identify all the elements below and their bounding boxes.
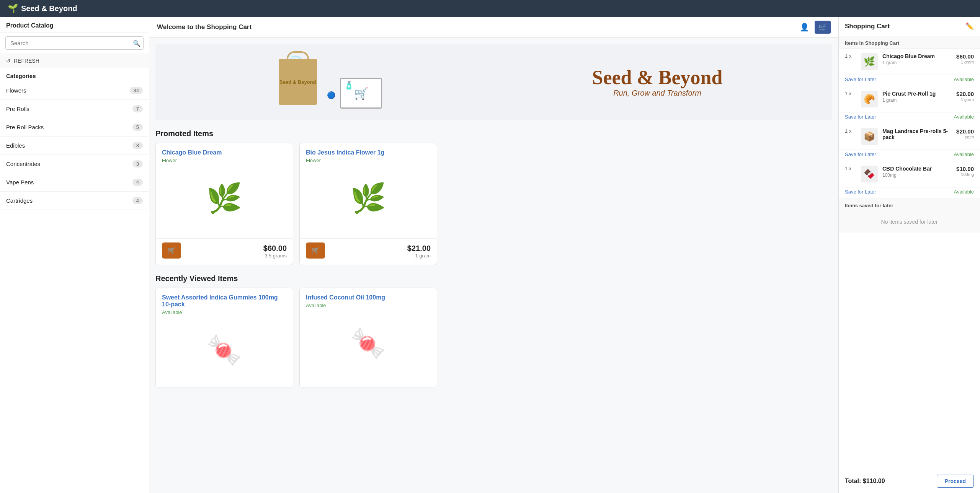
recently-viewed-grid: Sweet Assorted Indica Gummies 100mg 10-p…	[149, 288, 838, 394]
product-image: 🌿	[306, 168, 431, 229]
product-name: Chicago Blue Dream	[162, 149, 287, 156]
cart-item-price-area: $20.00 1 gram	[956, 91, 974, 102]
refresh-icon: ↺	[6, 58, 11, 64]
category-item-cartridges[interactable]: Cartridges4	[0, 192, 149, 210]
cart-item-price: $20.00	[956, 91, 974, 97]
recently-viewed-product-card: Sweet Assorted Indica Gummies 100mg 10-p…	[155, 288, 293, 387]
category-count: 34	[130, 87, 143, 94]
cart-item-price: $10.00	[956, 166, 974, 172]
hero-illustration: 🍃 Seed & Beyond 🔵 🛒 🧴	[167, 59, 494, 105]
product-type: Flower	[162, 158, 287, 163]
cart-footer: Total: $110.00 Proceed	[839, 469, 980, 493]
cart-item-thumbnail: 🥐	[861, 91, 878, 107]
product-name: Sweet Assorted Indica Gummies 100mg 10-p…	[162, 294, 287, 308]
cart-item-details: Pie Crust Pre-Roll 1g 1 gram	[882, 91, 952, 103]
available-badge: Available	[954, 76, 974, 82]
product-type: Flower	[306, 158, 431, 163]
available-badge: Available	[954, 114, 974, 120]
proceed-button[interactable]: Proceed	[937, 475, 974, 488]
search-box: 🔍	[0, 33, 149, 54]
cart-icon-button[interactable]: 🛒	[815, 21, 831, 34]
cart-item-name: Mag Landrace Pre-rolls 5-pack	[882, 128, 952, 140]
category-count: 3	[132, 160, 143, 168]
available-badge: Available	[954, 151, 974, 157]
cart-item-group: 1 x 🍫 CBD Chocolate Bar 100mg $10.00 100…	[839, 161, 980, 199]
cart-item: 1 x 🍫 CBD Chocolate Bar 100mg $10.00 100…	[839, 161, 980, 187]
recently-viewed-product-card: Infused Coconut Oil 100mg Available 🍬	[299, 288, 437, 387]
promoted-section-title: Promoted Items	[149, 126, 838, 143]
sidebar-title: Product Catalog	[0, 17, 149, 33]
cart-item-price-area: $60.00 1 gram	[956, 53, 974, 64]
cart-item-thumbnail: 🍫	[861, 166, 878, 182]
cart-item-name: Chicago Blue Dream	[882, 53, 952, 59]
search-input[interactable]	[5, 36, 144, 50]
cart-item-qty: 1 x	[845, 91, 856, 96]
category-item-flowers[interactable]: Flowers34	[0, 81, 149, 100]
cart-item-sub: 1 gram	[882, 98, 952, 103]
header-icons: 👤 🛒	[798, 21, 831, 34]
add-to-cart-button[interactable]: 🛒	[306, 242, 325, 259]
refresh-button[interactable]: ↺ REFRESH	[0, 54, 149, 68]
product-bud-icon: 🌿	[350, 182, 386, 215]
cart-item-details: Mag Landrace Pre-rolls 5-pack	[882, 128, 952, 141]
cart-item-price: $20.00	[956, 128, 974, 135]
cart-item-thumbnail: 🌿	[861, 53, 878, 70]
main-layout: Product Catalog 🔍 ↺ REFRESH Categories F…	[0, 17, 980, 493]
cart-item-sub: 1 gram	[882, 60, 952, 65]
category-name: Flowers	[6, 87, 26, 94]
category-item-vape-pens[interactable]: Vape Pens4	[0, 173, 149, 192]
category-item-edibles[interactable]: Edibles3	[0, 137, 149, 155]
category-item-pre-roll-packs[interactable]: Pre Roll Packs5	[0, 118, 149, 137]
product-bud-icon: 🌿	[206, 182, 242, 215]
cart-item-price-area: $10.00 100mg	[956, 166, 974, 177]
top-nav: 🌱 Seed & Beyond	[0, 0, 980, 17]
cart-item-qty: 1 x	[845, 53, 856, 59]
cart-item-name: Pie Crust Pre-Roll 1g	[882, 91, 952, 97]
product-image: 🌿	[162, 168, 287, 229]
center-header: Welcome to the Shopping Cart 👤 🛒	[149, 17, 838, 37]
search-button[interactable]: 🔍	[133, 39, 140, 47]
category-name: Cartridges	[6, 197, 33, 204]
promoted-product-card: Bio Jesus Indica Flower 1g Flower 🌿 🛒 $2…	[299, 143, 437, 265]
cart-item-name: CBD Chocolate Bar	[882, 166, 952, 172]
category-count: 3	[132, 142, 143, 149]
app-name: Seed & Beyond	[21, 4, 77, 13]
product-status: Available	[306, 303, 431, 308]
save-for-later-link[interactable]: Save for Later	[845, 114, 876, 120]
cart-item-details: Chicago Blue Dream 1 gram	[882, 53, 952, 65]
product-unit: 3.5 grams	[263, 253, 287, 259]
save-for-later-link[interactable]: Save for Later	[845, 151, 876, 157]
save-for-later-link[interactable]: Save for Later	[845, 189, 876, 195]
product-image: 🍬	[162, 320, 287, 381]
cart-item-unit: 100mg	[956, 172, 974, 177]
product-price-info: $60.00 3.5 grams	[263, 244, 287, 259]
category-item-concentrates[interactable]: Concentrates3	[0, 155, 149, 173]
cart-item-unit: 1 gram	[956, 60, 974, 64]
add-to-cart-button[interactable]: 🛒	[162, 242, 181, 259]
cart-item-price: $60.00	[956, 53, 974, 60]
recently-viewed-title: Recently Viewed Items	[149, 271, 838, 288]
cart-title: Shopping Cart	[845, 23, 890, 30]
cart-item-group: 1 x 🌿 Chicago Blue Dream 1 gram $60.00 1…	[839, 49, 980, 86]
account-icon-button[interactable]: 👤	[798, 21, 811, 33]
center-content: Welcome to the Shopping Cart 👤 🛒 🍃 Seed …	[149, 17, 838, 493]
category-count: 5	[132, 124, 143, 131]
promoted-product-card: Chicago Blue Dream Flower 🌿 🛒 $60.00 3.5…	[155, 143, 293, 265]
category-item-pre-rolls[interactable]: Pre Rolls7	[0, 100, 149, 118]
cart-edit-button[interactable]: ✏️	[965, 22, 974, 31]
cart-item-qty: 1 x	[845, 166, 856, 171]
promoted-items-grid: Chicago Blue Dream Flower 🌿 🛒 $60.00 3.5…	[149, 143, 838, 271]
save-for-later-link[interactable]: Save for Later	[845, 76, 876, 82]
cart-item-unit: 1 gram	[956, 97, 974, 102]
product-icon: 🍬	[350, 327, 386, 360]
cart-panel: Shopping Cart ✏️ Items in Shopping Cart …	[838, 17, 980, 493]
categories-list: Flowers34Pre Rolls7Pre Roll Packs5Edible…	[0, 81, 149, 210]
cart-item: 1 x 🥐 Pie Crust Pre-Roll 1g 1 gram $20.0…	[839, 86, 980, 112]
sidebar: Product Catalog 🔍 ↺ REFRESH Categories F…	[0, 17, 149, 493]
cart-items-list: 1 x 🌿 Chicago Blue Dream 1 gram $60.00 1…	[839, 49, 980, 199]
category-count: 7	[132, 105, 143, 112]
cart-item-actions: Save for Later Available	[839, 75, 980, 86]
product-status: Available	[162, 309, 287, 315]
available-badge: Available	[954, 189, 974, 195]
cart-item-unit: each	[956, 135, 974, 139]
